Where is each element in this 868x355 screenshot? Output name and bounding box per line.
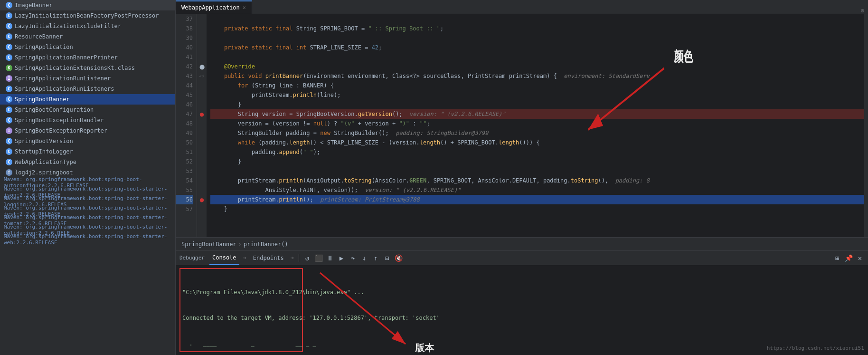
- gutter-45: [197, 90, 207, 100]
- line-num-37: 37: [176, 14, 193, 24]
- line-num-57: 57: [176, 204, 193, 214]
- line-num-43: 43: [176, 71, 193, 81]
- step-into-icon[interactable]: ↓: [360, 254, 368, 262]
- close-panel-icon[interactable]: ✕: [856, 254, 864, 262]
- gutter-41: [197, 52, 207, 62]
- sidebar-item-springbootexreporter[interactable]: I SpringBootExceptionReporter: [0, 125, 175, 136]
- mute-icon[interactable]: 🔇: [394, 254, 403, 262]
- breadcrumb-separator: ›: [238, 241, 242, 248]
- sidebar-item-springbootversion[interactable]: C SpringBootVersion: [0, 136, 175, 146]
- suspend-icon[interactable]: ⏸: [326, 254, 334, 262]
- line-num-48: 48: [176, 119, 193, 128]
- sidebar-item-startupinfologger[interactable]: C StartupInfoLogger: [0, 146, 175, 157]
- maven-item-web[interactable]: Maven: org.springframework.boot:spring-b…: [0, 235, 175, 244]
- class-icon: C: [6, 117, 12, 124]
- code-line-45: printStream.println(line);: [210, 90, 864, 100]
- gutter-51: [197, 147, 207, 157]
- code-line-43: public void printBanner(Environment envi…: [210, 71, 864, 81]
- line-num-56: 56: [176, 195, 193, 204]
- gutter-37: [197, 14, 207, 24]
- gutter-49: [197, 128, 207, 138]
- sidebar-item-springapprunlistener[interactable]: I SpringApplicationRunListener: [0, 73, 175, 84]
- file-icon: K: [6, 65, 12, 71]
- rerun-icon[interactable]: ↺: [303, 254, 311, 262]
- console-connection: Connected to the target VM, address: '12…: [182, 314, 300, 322]
- sidebar-item-springbootexhandler[interactable]: C SpringBootExceptionHandler: [0, 115, 175, 125]
- line-num-42: 42: [176, 62, 193, 71]
- gutter-57: [197, 204, 207, 214]
- code-line-39: [210, 33, 864, 43]
- code-line-54: printStream.println(AnsiOutput.toString(…: [210, 176, 864, 185]
- sidebar-item-springbootconfig[interactable]: C SpringBootConfiguration: [0, 105, 175, 115]
- line-num-55: 55: [176, 185, 193, 195]
- code-line-50: while (padding.length() < STRAP_LINE_SIZ…: [210, 138, 864, 147]
- tab-console[interactable]: Console: [209, 251, 239, 265]
- class-icon: C: [6, 159, 12, 165]
- code-line-52: }: [210, 157, 864, 166]
- step-over-icon[interactable]: ↷: [349, 254, 357, 262]
- sidebar-item-resourcebanner[interactable]: C ResourceBanner: [0, 31, 175, 42]
- gutter-38: [197, 24, 207, 33]
- code-line-57: }: [210, 204, 864, 214]
- sidebar-item-lazyinit[interactable]: C LazyInitializationBeanFactoryPostProce…: [0, 10, 175, 21]
- sidebar-item-springapprunlisteners[interactable]: C SpringApplicationRunListeners: [0, 84, 175, 94]
- sidebar-item-springbootbanner[interactable]: C SpringBootBanner: [0, 94, 175, 105]
- code-container: 37 38 39 40 41 42 43 44 45 46 47 48 49 5…: [176, 14, 868, 237]
- code-line-37: [210, 14, 864, 24]
- gutter-54: [197, 176, 207, 185]
- code-line-44: for (String line : BANNER) {: [210, 81, 864, 90]
- console-right-area: 版本: [311, 268, 864, 352]
- code-line-38: private static final String SPRING_BOOT …: [210, 24, 864, 33]
- class-icon: C: [6, 2, 12, 9]
- code-line-51: padding.append(" ");: [210, 147, 864, 157]
- tab-endpoints[interactable]: Endpoints: [250, 251, 287, 265]
- code-line-49: StringBuilder padding = new StringBuilde…: [210, 128, 864, 138]
- sidebar-item-springappbannerprinter[interactable]: C SpringApplicationBannerPrinter: [0, 52, 175, 63]
- stop-icon[interactable]: ⬛: [314, 254, 323, 262]
- sidebar-item-imagebanner[interactable]: C ImageBanner: [0, 0, 175, 10]
- layout-icon[interactable]: ⊞: [833, 254, 841, 262]
- gutter-39: [197, 33, 207, 43]
- class-icon: C: [6, 44, 12, 50]
- sidebar-item-springapp[interactable]: C SpringApplication: [0, 42, 175, 52]
- pin-icon[interactable]: 📌: [844, 254, 853, 262]
- tab-arrow: ➜: [243, 255, 246, 261]
- console-content: "C:\Program Files\Java\jdk1.8.0_212\bin\…: [176, 265, 868, 355]
- line-num-54: 54: [176, 176, 193, 185]
- line-num-41: 41: [176, 52, 193, 62]
- gutter-55: [197, 185, 207, 195]
- class-icon: C: [6, 23, 12, 29]
- class-icon: C: [6, 12, 12, 19]
- svg-line-3: [320, 273, 406, 344]
- scrollbar[interactable]: [864, 14, 868, 237]
- toolbar-separator: [299, 254, 299, 262]
- view-breakpoints-icon[interactable]: ⊡: [383, 254, 391, 262]
- gutter-48: [197, 119, 207, 128]
- sidebar-item-webapptype[interactable]: C WebApplicationType: [0, 157, 175, 167]
- code-line-42: @Override: [210, 62, 864, 71]
- sidebar-item-springappext[interactable]: K SpringApplicationExtensionsKt.class: [0, 63, 175, 73]
- sidebar: C ImageBanner C LazyInitializationBeanFa…: [0, 0, 176, 355]
- tab-webappapplication[interactable]: WebappApplication ×: [176, 0, 252, 14]
- editor-area: WebappApplication × ⚙ 37 38 39 40 41 42 …: [176, 0, 868, 355]
- class-icon: C: [6, 86, 12, 92]
- line-num-38: 38: [176, 24, 193, 33]
- website-url: https://blog.csdn.net/xiaorui51: [767, 345, 864, 351]
- gutter-50: [197, 138, 207, 147]
- interface-icon: I: [6, 75, 12, 82]
- gutter-44: [197, 81, 207, 90]
- code-line-41: [210, 52, 864, 62]
- line-num-45: 45: [176, 90, 193, 100]
- tab-close-icon[interactable]: ×: [243, 4, 246, 11]
- class-icon: C: [6, 54, 12, 61]
- sidebar-item-lazyexclude[interactable]: C LazyInitializationExcludeFilter: [0, 21, 175, 31]
- resume-icon[interactable]: ▶: [337, 254, 346, 262]
- tab-arrow2: ➜: [291, 255, 294, 261]
- gutter-42: ⬤: [197, 62, 207, 71]
- bottom-toolbar: Debugger Console ➜ Endpoints ➜ ↺ ⬛ ⏸ ▶ ↷…: [176, 251, 868, 265]
- breadcrumb: SpringBootBanner › printBanner(): [176, 237, 868, 250]
- step-out-icon[interactable]: ↑: [371, 254, 380, 262]
- settings-icon[interactable]: ⚙: [857, 7, 868, 14]
- code-editor[interactable]: private static final String SPRING_BOOT …: [207, 14, 864, 237]
- class-icon: C: [6, 148, 12, 155]
